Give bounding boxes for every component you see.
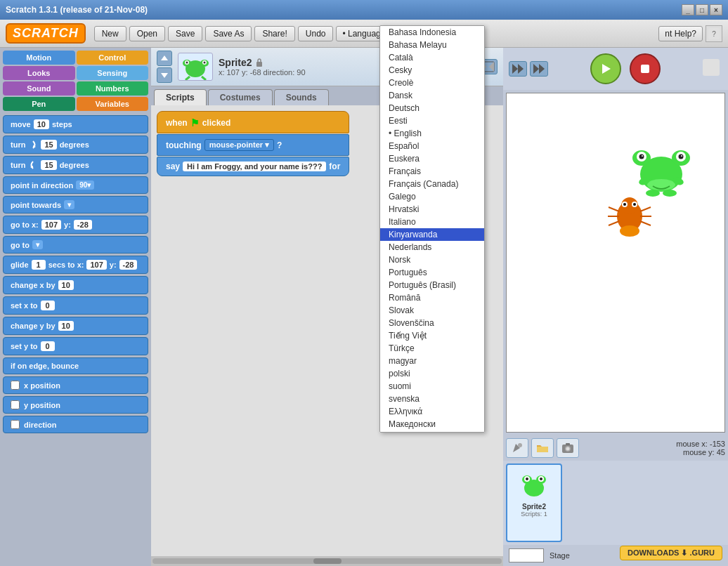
play-button[interactable]: [590, 53, 621, 84]
block-goto[interactable]: go to ▾: [3, 236, 148, 254]
lang-turkce[interactable]: Türkçe: [380, 342, 484, 355]
scroll-thumb[interactable]: [313, 558, 342, 564]
svg-point-12: [203, 62, 205, 64]
main-content: Motion Control Looks Sensing Sound Numbe…: [0, 48, 728, 566]
paint-tool-btn[interactable]: [506, 438, 528, 458]
category-pen[interactable]: Pen: [3, 97, 75, 111]
tab-scripts[interactable]: Scripts: [154, 89, 207, 105]
maximize-button[interactable]: □: [696, 4, 708, 15]
svg-point-69: [540, 478, 542, 480]
lang-eesti[interactable]: Eesti: [380, 114, 484, 127]
block-point-towards[interactable]: point towards ▾: [3, 196, 148, 213]
touching-dropdown[interactable]: mouse-pointer ▾: [204, 139, 274, 151]
block-change-x[interactable]: change x by 10: [3, 276, 148, 294]
lang-english[interactable]: • English: [380, 127, 484, 140]
save-as-button[interactable]: Save As: [205, 26, 252, 41]
save-button[interactable]: Save: [168, 26, 202, 41]
lang-magyar[interactable]: magyar: [380, 355, 484, 367]
category-variables[interactable]: Variables: [77, 97, 149, 111]
category-sound[interactable]: Sound: [3, 81, 75, 96]
block-when-flag[interactable]: when ⚑ clicked: [157, 111, 349, 133]
block-glide[interactable]: glide 1 secs to x: 107 y: -28: [3, 256, 148, 274]
new-button[interactable]: New: [94, 26, 126, 41]
sprite-list-item[interactable]: Sprite2 Scripts: 1: [506, 463, 562, 542]
lang-dansk[interactable]: Dansk: [380, 89, 484, 102]
svg-rect-29: [703, 59, 720, 76]
lang-bahasa-melayu[interactable]: Bahasa Melayu: [380, 39, 484, 51]
x-position-checkbox[interactable]: [11, 381, 20, 390]
lang-greek[interactable]: Ελληνικά: [380, 405, 484, 418]
lang-nederlands[interactable]: Nederlands: [380, 241, 484, 254]
lang-catala[interactable]: Català: [380, 51, 484, 64]
lang-francais[interactable]: Français: [380, 165, 484, 178]
help-button[interactable]: nt Help?: [658, 26, 703, 41]
lang-espanol[interactable]: Español: [380, 140, 484, 152]
lang-portugues[interactable]: Português: [380, 266, 484, 279]
lang-cesky[interactable]: Cesky: [380, 64, 484, 77]
tab-costumes[interactable]: Costumes: [208, 89, 273, 105]
undo-button[interactable]: Undo: [298, 26, 334, 41]
lang-tieng-viet[interactable]: Tiếng Việt: [380, 329, 484, 342]
lang-macedonian[interactable]: Македонски: [380, 418, 484, 430]
lang-norsk[interactable]: Norsk: [380, 254, 484, 266]
say-text[interactable]: Hi I am Froggy, and your name is???: [183, 162, 326, 171]
block-set-x[interactable]: set x to 0: [3, 296, 148, 315]
svg-point-36: [679, 154, 684, 159]
category-looks[interactable]: Looks: [3, 66, 75, 80]
block-edge-bounce[interactable]: if on edge, bounce: [3, 357, 148, 374]
h-scrollbar[interactable]: [151, 556, 503, 566]
lang-euskera[interactable]: Euskera: [380, 152, 484, 165]
open-button[interactable]: Open: [129, 26, 165, 41]
block-set-y[interactable]: set y to 0: [3, 337, 148, 355]
stop-button[interactable]: [630, 53, 661, 84]
lang-slovak[interactable]: Slovak: [380, 304, 484, 317]
block-change-y[interactable]: change y by 10: [3, 317, 148, 335]
lang-deutsch[interactable]: Deutsch: [380, 102, 484, 114]
stage-preview-box: [509, 548, 544, 562]
lang-bahasa-indonesia[interactable]: Bahasa Indonesia: [380, 26, 484, 39]
lang-slovenscina[interactable]: Slovenščina: [380, 317, 484, 329]
tab-sounds[interactable]: Sounds: [274, 89, 329, 105]
lang-romana[interactable]: Română: [380, 291, 484, 304]
sprite-nav-up[interactable]: [157, 51, 172, 66]
block-goto-xy[interactable]: go to x: 107 y: -28: [3, 216, 148, 234]
direction-checkbox[interactable]: [11, 420, 20, 429]
block-move[interactable]: move 10 steps: [3, 115, 148, 133]
block-say[interactable]: say Hi I am Froggy, and your name is??? …: [157, 157, 349, 176]
block-x-position[interactable]: x position: [3, 376, 148, 394]
lang-svenska[interactable]: svenska: [380, 393, 484, 405]
watermark: DOWNLOADS ⬇ .GURU: [620, 546, 722, 560]
block-y-position[interactable]: y position: [3, 396, 148, 414]
lang-hrvatski[interactable]: Hrvatski: [380, 203, 484, 216]
stage-arrows-btn[interactable]: [509, 61, 527, 77]
stage-resize-btn[interactable]: [530, 61, 548, 77]
lang-suomi[interactable]: suomi: [380, 380, 484, 393]
lang-francais-canada[interactable]: Français (Canada): [380, 178, 484, 190]
category-motion[interactable]: Motion: [3, 51, 75, 65]
camera-tool-btn[interactable]: [557, 438, 579, 458]
lang-polski[interactable]: polski: [380, 367, 484, 380]
category-numbers[interactable]: Numbers: [77, 81, 149, 96]
lang-portugues-brasil[interactable]: Português (Brasil): [380, 279, 484, 291]
y-position-checkbox[interactable]: [11, 400, 20, 409]
svg-point-43: [663, 190, 677, 197]
minimize-button[interactable]: _: [682, 4, 694, 15]
category-control[interactable]: Control: [77, 51, 149, 65]
sprite-nav-down[interactable]: [157, 67, 172, 83]
block-direction[interactable]: direction: [3, 416, 148, 433]
lang-italiano[interactable]: Italiano: [380, 216, 484, 228]
lang-kinyarwanda[interactable]: Kinyarwanda: [380, 228, 484, 241]
sprite-list-area: Sprite2 Scripts: 1: [503, 461, 728, 545]
folder-tool-btn[interactable]: [531, 438, 554, 458]
close-button[interactable]: ×: [710, 4, 722, 15]
block-point-direction[interactable]: point in direction 90▾: [3, 176, 148, 194]
share-button[interactable]: Share!: [254, 26, 294, 41]
block-turn-left[interactable]: turn 15 degrees: [3, 156, 148, 174]
category-sensing[interactable]: Sensing: [77, 66, 149, 80]
help-icon[interactable]: ?: [706, 25, 722, 42]
lang-galego[interactable]: Galego: [380, 190, 484, 203]
lang-creole[interactable]: Creolè: [380, 77, 484, 89]
lang-mongolian[interactable]: Монголоор: [380, 430, 484, 433]
block-touching[interactable]: touching mouse-pointer ▾ ?: [157, 134, 349, 156]
block-turn-right[interactable]: turn 15 degrees: [3, 136, 148, 154]
